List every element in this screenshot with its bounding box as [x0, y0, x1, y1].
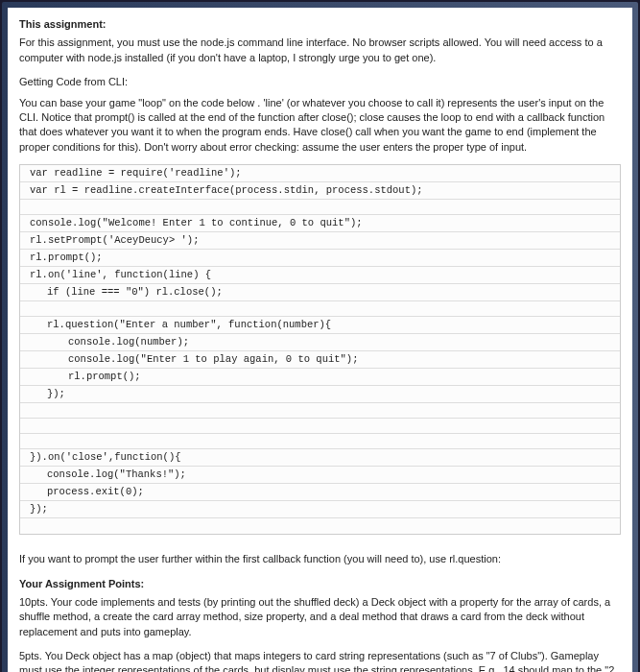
code-line: rl.setPrompt('AceyDeucy> ');: [20, 232, 620, 250]
code-line: console.log("Welcome! Enter 1 to continu…: [20, 215, 620, 232]
code-line: [20, 518, 620, 534]
intro-paragraph: For this assignment, you must use the no…: [19, 36, 621, 65]
page-frame: This assignment: For this assignment, yo…: [2, 2, 638, 672]
code-line: console.log("Thanks!");: [20, 467, 620, 484]
code-line: process.exit(0);: [20, 484, 620, 501]
code-line: console.log(number);: [20, 334, 620, 351]
code-line: rl.question("Enter a number", function(n…: [20, 317, 620, 334]
code-line: [20, 419, 620, 434]
code-line: console.log("Enter 1 to play again, 0 to…: [20, 351, 620, 369]
code-line: rl.prompt();: [20, 250, 620, 267]
code-line: }).on('close',function(){: [20, 449, 620, 467]
code-block: var readline = require('readline'); var …: [19, 164, 621, 535]
getting-code-heading: Getting Code from CLI:: [19, 75, 621, 89]
code-line: });: [20, 501, 620, 518]
getting-code-paragraph: You can base your game "loop" on the cod…: [19, 96, 621, 156]
content-panel: This assignment: For this assignment, yo…: [8, 8, 632, 672]
assignment-heading: This assignment:: [19, 17, 621, 32]
code-line: if (line === "0") rl.close();: [20, 284, 620, 301]
points-item: 10pts. Your code implements and tests (b…: [19, 595, 621, 639]
code-line: [20, 200, 620, 215]
code-line: [20, 403, 620, 419]
code-line: rl.on('line', function(line) {: [20, 267, 620, 284]
points-heading: Your Assignment Points:: [19, 577, 621, 591]
code-line: });: [20, 386, 620, 403]
code-line: [20, 301, 620, 317]
code-line: [20, 434, 620, 449]
points-item: 5pts. You Deck object has a map (object)…: [19, 649, 621, 672]
code-line: rl.prompt();: [20, 369, 620, 386]
after-code-paragraph: If you want to prompt the user further w…: [19, 552, 621, 566]
code-line: var rl = readline.createInterface(proces…: [20, 182, 620, 200]
code-line: var readline = require('readline');: [20, 165, 620, 182]
